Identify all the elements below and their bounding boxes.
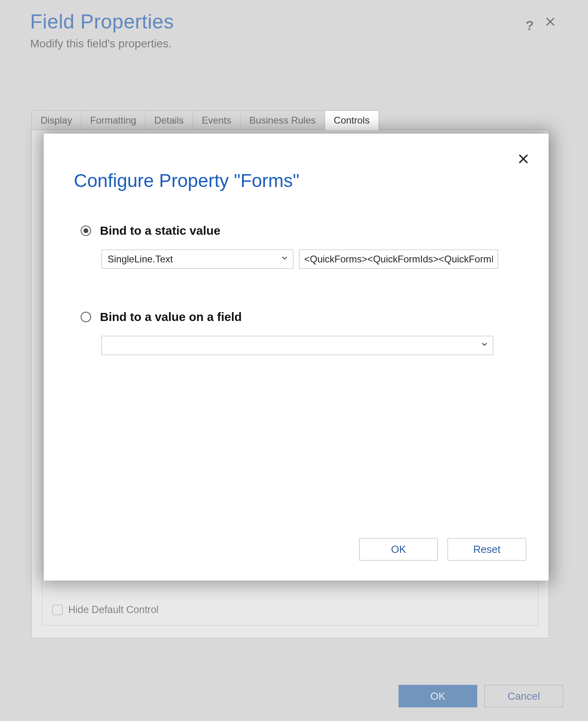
button-label: OK [430, 690, 446, 703]
tab-label: Details [154, 115, 183, 126]
field-select[interactable] [102, 336, 493, 355]
button-label: Reset [473, 543, 501, 556]
tab-business-rules[interactable]: Business Rules [240, 110, 325, 130]
cancel-button[interactable]: Cancel [484, 685, 563, 707]
bind-field-radio[interactable] [81, 312, 91, 322]
tab-formatting[interactable]: Formatting [81, 110, 146, 130]
dialog-ok-button[interactable]: OK [359, 538, 438, 561]
bind-field-option: Bind to a value on a field [81, 310, 493, 355]
tab-details[interactable]: Details [145, 110, 193, 130]
bind-field-label: Bind to a value on a field [100, 310, 242, 324]
page-subtitle: Modify this field's properties. [30, 37, 552, 50]
tab-label: Display [41, 115, 72, 126]
hide-default-control-label: Hide Default Control [68, 604, 159, 615]
tab-bar: Display Formatting Details Events Busine… [31, 110, 378, 130]
page-title: Field Properties [30, 10, 552, 33]
dialog-title: Configure Property "Forms" [74, 170, 299, 191]
chevron-down-icon [480, 340, 489, 351]
static-type-select[interactable]: SingleLine.Text [102, 250, 293, 269]
bind-static-label: Bind to a static value [100, 224, 220, 238]
bind-static-option: Bind to a static value SingleLine.Text [81, 224, 498, 269]
button-label: OK [391, 543, 406, 556]
tab-controls[interactable]: Controls [325, 110, 379, 130]
ok-button[interactable]: OK [399, 685, 477, 707]
configure-property-dialog: Configure Property "Forms" Bind to a sta… [44, 134, 549, 581]
tab-display[interactable]: Display [31, 110, 81, 130]
tab-label: Controls [334, 115, 370, 126]
bind-static-radio[interactable] [81, 225, 91, 236]
close-icon[interactable] [545, 16, 556, 29]
dialog-reset-button[interactable]: Reset [448, 538, 526, 561]
tab-label: Events [202, 115, 231, 126]
select-value: SingleLine.Text [108, 254, 173, 265]
close-icon[interactable] [517, 153, 529, 167]
button-label: Cancel [508, 690, 540, 703]
tab-label: Business Rules [249, 115, 315, 126]
tab-label: Formatting [90, 115, 136, 126]
static-value-input[interactable] [299, 250, 498, 269]
chevron-down-icon [280, 254, 289, 265]
hide-default-control-checkbox[interactable] [52, 605, 63, 615]
tab-events[interactable]: Events [193, 110, 240, 130]
help-icon[interactable]: ? [525, 18, 534, 33]
